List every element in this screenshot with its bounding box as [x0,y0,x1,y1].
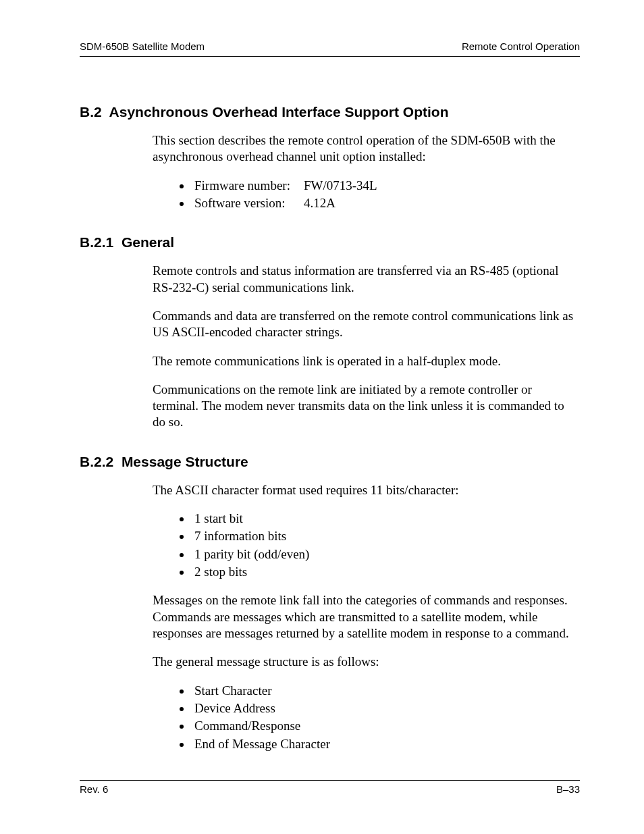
heading-b2: B.2 Asynchronous Overhead Interface Supp… [80,104,580,120]
body-para: The remote communications link is operat… [153,353,580,369]
body-para: Messages on the remote link fall into th… [153,592,580,642]
body-para: The general message structure is as foll… [153,654,580,670]
list-item: End of Message Character [192,736,580,752]
header-rule [80,56,580,57]
heading-number: B.2 [80,104,102,120]
kv-label: Firmware number: [194,178,304,194]
section-b21-body: Remote controls and status information a… [153,263,580,431]
list-item: 7 information bits [192,528,580,544]
footer-left: Rev. 6 [80,783,108,795]
section-b22-body: The ASCII character format used requires… [153,482,580,752]
header-left: SDM-650B Satellite Modem [80,41,205,52]
body-para: Commands and data are transferred on the… [153,308,580,341]
list-item: Software version: 4.12A [192,195,580,211]
heading-number: B.2.2 [80,454,113,469]
heading-b22: B.2.2 Message Structure [80,454,580,470]
list-item: Firmware number: FW/0713-34L [192,178,580,194]
list-item: 1 parity bit (odd/even) [192,546,580,563]
running-header: SDM-650B Satellite Modem Remote Control … [80,41,580,52]
list-item: 1 start bit [192,511,580,527]
footer-rule [80,780,580,781]
body-para: Communications on the remote link are in… [153,382,580,431]
list-item: 2 stop bits [192,564,580,580]
list-item: Start Character [192,683,580,699]
list-item: Device Address [192,700,580,716]
list-item: Command/Response [192,718,580,734]
msg-struct-list: Start Character Device Address Command/R… [192,683,580,752]
body-para: The ASCII character format used requires… [153,482,580,498]
heading-b21: B.2.1 General [80,234,580,251]
heading-title: General [122,234,174,250]
heading-title: Message Structure [122,454,248,469]
kv-value: 4.12A [304,195,336,211]
heading-number: B.2.1 [80,234,113,250]
heading-title: Asynchronous Overhead Interface Support … [109,104,449,120]
firmware-list: Firmware number: FW/0713-34L Software ve… [192,178,580,212]
running-footer: Rev. 6 B–33 [80,780,580,795]
body-para: Remote controls and status information a… [153,263,580,296]
kv-label: Software version: [194,195,304,211]
kv-value: FW/0713-34L [304,178,377,194]
intro-para: This section describes the remote contro… [153,132,580,165]
header-right: Remote Control Operation [462,41,580,52]
footer-right: B–33 [556,783,580,795]
char-bits-list: 1 start bit 7 information bits 1 parity … [192,511,580,580]
section-b2-body: This section describes the remote contro… [153,132,580,211]
